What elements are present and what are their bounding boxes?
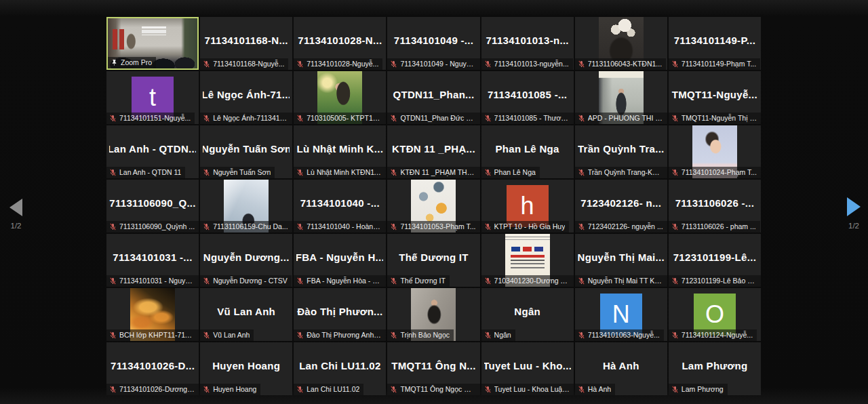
participant-label: Lan Anh - QTDN 11 (119, 168, 181, 176)
mic-muted-icon (484, 60, 492, 68)
participant-display-name: 7123402126- n... (578, 180, 665, 226)
participant-label-bar: Lan Chi LU11.02 (294, 384, 363, 395)
participant-tile[interactable]: Trần Quỳnh Tra... Trần Quỳnh Trang-KTĐ..… (575, 125, 667, 178)
participant-tile[interactable]: 71134101049 -... 71134101049 - Nguyễ... (387, 17, 479, 70)
participant-label: 71134101040 - Hoàng... (307, 222, 382, 230)
participant-label-bar: 71134101028-Nguyễ... (294, 58, 382, 70)
participant-display-name: TMQT11-Nguyễ... (671, 71, 758, 117)
mic-muted-icon (484, 169, 492, 176)
participant-label: Huyen Hoang (213, 385, 256, 393)
participant-label-bar: Thế Dương IT (387, 275, 449, 287)
participant-label-bar: 71134101151-Nguyễ... (106, 113, 195, 124)
participant-label-bar: 71134101031 - Nguyễ... (106, 275, 199, 287)
participant-label-bar: 71131106159-Chu Da... (200, 221, 292, 233)
participant-tile[interactable]: 7103401230-Dương T... (481, 234, 574, 287)
mic-muted-icon (296, 223, 304, 230)
participant-tile[interactable]: Nguyễn Dương... Nguyễn Dương - CTSV (200, 234, 292, 287)
participant-tile[interactable]: 7123101199-Lê... 7123101199-Lê Bảo N... (669, 234, 761, 287)
participant-tile[interactable]: 71134101040 -... 71134101040 - Hoàng... (294, 180, 386, 233)
participant-tile[interactable]: TMQT11 Ông N... TMQT11 Ông Ngọc Di... (387, 342, 479, 395)
participant-label: Nguyễn Tuấn Sơn (213, 168, 271, 176)
participant-tile[interactable]: Tuyet Luu - Kho... Tuyet Luu - Khoa Luật… (481, 342, 574, 395)
participant-tile[interactable]: 71134101026-D... 71134101026-Dương ... (106, 342, 199, 395)
participant-tile[interactable]: Ngân Ngân (481, 288, 574, 341)
participant-tile[interactable]: 71131106090_Q... 71131106090_Quỳnh ... (106, 180, 199, 233)
participant-display-name: 71134101085 -... (484, 71, 571, 117)
participant-tile[interactable]: Đào Thị Phươn... Đào Thị Phương Anh-7... (294, 288, 386, 341)
participant-label: 71134101049 - Nguyễ... (400, 60, 475, 68)
participant-tile[interactable]: Phan Lê Nga Phan Lê Nga (481, 125, 574, 178)
participant-tile[interactable]: 71134101085 -... 71134101085 - Thươn... (481, 71, 574, 124)
participant-tile[interactable]: Zoom Pro (106, 17, 199, 70)
participant-tile[interactable]: O 71134101124-Nguyễ... (669, 288, 761, 341)
participant-tile[interactable]: Lan Chi LU11.02 Lan Chi LU11.02 (294, 342, 386, 395)
participant-tile[interactable]: Lan Anh - QTDN... Lan Anh - QTDN 11 (106, 125, 199, 178)
participant-label: KTPT 10 - Hồ Gia Huy (494, 222, 566, 230)
participant-tile[interactable]: Lam Phương Lam Phương (669, 342, 761, 395)
participant-label-bar: Phan Lê Nga (481, 167, 540, 178)
participant-display-name: Tuyet Luu - Kho... (484, 342, 571, 388)
participant-tile[interactable]: 71134101149-P... 71134101149-Phạm T... (669, 17, 761, 70)
participant-tile[interactable]: Vũ Lan Anh Vũ Lan Anh (200, 288, 292, 341)
participant-label-bar: Hà Anh (575, 384, 615, 395)
participant-tile[interactable]: 71131106043-KTĐN1... (575, 17, 667, 70)
participant-tile[interactable]: h KTPT 10 - Hồ Gia Huy (481, 180, 574, 233)
participant-label-bar: Trịnh Bảo Ngọc (387, 329, 454, 341)
participant-tile[interactable]: N 71134101063-Nguyễ... (575, 288, 667, 341)
participant-tile[interactable]: KTĐN 11 _PHẠ... KTĐN 11 _PHẠM THỊ H... (387, 125, 479, 178)
participant-tile[interactable]: 7123402126- n... 7123402126- nguyễn ... (575, 180, 667, 233)
participant-display-name: Ngân (484, 288, 571, 334)
meeting-window: 1/2 Zoom Pro 71134101168-N... 7113410116… (0, 0, 868, 404)
participant-label: 71134101028-Nguyễ... (307, 60, 378, 68)
participant-display-name: Nguyễn Dương... (203, 234, 290, 280)
participant-label-bar: 71134101063-Nguyễ... (575, 329, 664, 341)
participant-tile[interactable]: Trịnh Bảo Ngọc (387, 288, 479, 341)
participant-label: 71134101085 - Thươn... (494, 114, 570, 122)
participant-label: Nguyễn Dương - CTSV (213, 277, 288, 285)
prev-page-button[interactable]: 1/2 (9, 199, 22, 230)
participant-label: 71131106159-Chu Da... (213, 222, 288, 230)
participant-display-name: Phan Lê Nga (484, 125, 571, 171)
participant-label: 7103401230-Dương T... (494, 277, 570, 285)
mic-muted-icon (109, 386, 117, 393)
participant-label: 7103105005- KTPT10-... (307, 114, 382, 122)
participant-tile[interactable]: 71134101168-N... 71134101168-Nguyễ... (200, 17, 292, 70)
participant-display-name: Nguyễn Thị Mai... (578, 234, 665, 280)
mic-muted-icon (390, 331, 397, 339)
participant-label-bar: 7103105005- KTPT10-... (294, 113, 386, 124)
participant-tile[interactable]: BCH lớp KHPT11-7113... (106, 288, 199, 341)
participant-tile[interactable]: FBA - Nguyễn H... FBA - Nguyễn Hòa - 7..… (294, 234, 386, 287)
participant-tile[interactable]: Hà Anh Hà Anh (575, 342, 667, 395)
participant-tile[interactable]: 71134101024-Phạm T... (669, 125, 761, 178)
participant-label: Lù Nhật Minh KTĐN11... (307, 168, 382, 176)
mic-muted-icon (203, 169, 210, 176)
participant-tile[interactable]: 71134101028-N... 71134101028-Nguyễ... (294, 17, 386, 70)
participant-tile[interactable]: 71131106159-Chu Da... (200, 180, 292, 233)
participant-tile[interactable]: 71134101053-Phạm T... (387, 180, 479, 233)
participant-label-bar: Lan Anh - QTDN 11 (106, 167, 185, 178)
participant-tile[interactable]: Thế Dương IT Thế Dương IT (387, 234, 479, 287)
participant-tile[interactable]: Huyen Hoang Huyen Hoang (200, 342, 292, 395)
participant-tile[interactable]: 71134101031 -... 71134101031 - Nguyễ... (106, 234, 199, 287)
participant-tile[interactable]: TMQT11-Nguyễ... TMQT11-Nguyễn Thị K... (669, 71, 761, 124)
participant-tile[interactable]: 71131106026 -... 71131106026 - pham ... (669, 180, 761, 233)
participant-label: 71134101168-Nguyễ... (213, 60, 284, 68)
mic-muted-icon (109, 277, 117, 285)
participant-tile[interactable]: Lê Ngọc Ánh-71... Lê Ngọc Ánh-7113410... (200, 71, 292, 124)
participant-tile[interactable]: 71134101013-n... 71134101013-nguyễn... (481, 17, 574, 70)
participant-label-bar: 71134101053-Phạm T... (387, 221, 479, 233)
next-page-button[interactable]: 1/2 (847, 197, 861, 230)
mic-muted-icon (203, 60, 210, 68)
participant-tile[interactable]: APD - PHUONG THI BI... (575, 71, 667, 124)
participant-tile[interactable]: QTDN11_Phan... QTDN11_Phan Đức Mạ... (387, 71, 479, 124)
page-indicator-left: 1/2 (11, 222, 22, 230)
chevron-right-icon (847, 197, 861, 216)
participant-tile[interactable]: Nguyễn Thị Mai... Nguyễn Thị Mai TT KT..… (575, 234, 667, 287)
participant-tile[interactable]: 7103105005- KTPT10-... (294, 71, 386, 124)
participant-tile[interactable]: Lù Nhật Minh K... Lù Nhật Minh KTĐN11... (294, 125, 386, 178)
participant-tile[interactable]: t 71134101151-Nguyễ... (106, 71, 199, 124)
participant-label-bar: 71131106043-KTĐN1... (575, 58, 666, 70)
participant-tile[interactable]: Nguyễn Tuấn Sơn Nguyễn Tuấn Sơn (200, 125, 292, 178)
mic-muted-icon (109, 115, 117, 122)
participant-label-bar: KTĐN 11 _PHẠM THỊ H... (387, 167, 479, 178)
